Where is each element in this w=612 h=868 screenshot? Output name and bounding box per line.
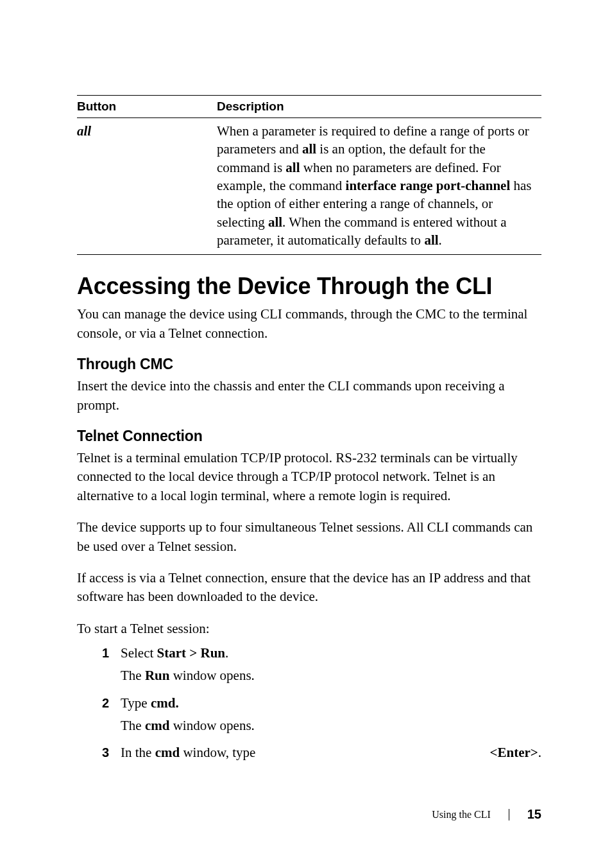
step-text: In the cmd window, type <Enter>. [121, 743, 541, 762]
footer-section: Using the CLI [432, 809, 491, 820]
steps-list: 2 Type cmd. [77, 693, 541, 713]
table-row: all When a parameter is required to defi… [77, 118, 541, 255]
text-fragment: The [121, 718, 145, 733]
text-fragment: . [225, 645, 228, 661]
text-bold: cmd [145, 718, 170, 733]
desc-bold: all [424, 232, 438, 248]
table-header-description: Description [217, 96, 541, 118]
page: Button Description all When a parameter … [0, 0, 612, 868]
desc-text: . [439, 232, 442, 248]
paragraph: Telnet is a terminal emulation TCP/IP pr… [77, 449, 541, 505]
step-text: Select Start > Run. [121, 643, 541, 663]
footer-divider [509, 809, 509, 820]
section-heading-telnet: Telnet Connection [77, 428, 541, 445]
step-subtext: The cmd window opens. [121, 716, 541, 735]
step-number: 2 [77, 693, 121, 713]
text-fragment: Type [121, 695, 151, 711]
text-bold: cmd [155, 745, 180, 760]
text-fragment: window opens. [169, 718, 254, 733]
text-fragment: window, type [180, 745, 255, 760]
steps-list: 3 In the cmd window, type <Enter>. [77, 743, 541, 763]
paragraph: The device supports up to four simultane… [77, 518, 541, 556]
desc-bold: interface range port-channel [346, 178, 511, 193]
text-fragment: Select [121, 645, 157, 661]
step-left: In the cmd window, type [121, 743, 255, 762]
list-item: 1 Select Start > Run. [77, 643, 541, 663]
text-fragment: . [538, 745, 541, 760]
step-subtext: The Run window opens. [121, 666, 541, 685]
text-bold: Run [145, 668, 170, 683]
text-bold: cmd. [151, 695, 179, 711]
step-number: 1 [77, 643, 121, 663]
text-fragment: In the [121, 745, 155, 760]
step-number: 3 [77, 743, 121, 763]
text-bold: Start > Run [157, 645, 225, 661]
paragraph: To start a Telnet session: [77, 620, 541, 638]
desc-bold: all [268, 214, 282, 230]
paragraph: If access is via a Telnet connection, en… [77, 569, 541, 607]
step-right: <Enter>. [489, 743, 541, 762]
list-item: 3 In the cmd window, type <Enter>. [77, 743, 541, 763]
intro-paragraph: You can manage the device using CLI comm… [77, 305, 541, 343]
desc-bold: all [302, 141, 316, 157]
page-footer: Using the CLI 15 [432, 807, 541, 822]
parameter-table: Button Description all When a parameter … [77, 95, 541, 255]
step-text: Type cmd. [121, 693, 541, 713]
table-header-row: Button Description [77, 96, 541, 118]
text-fragment: window opens. [169, 668, 254, 683]
text-bold: <Enter> [489, 745, 538, 760]
table-cell-button: all [77, 118, 217, 255]
section-heading-cmc: Through CMC [77, 356, 541, 373]
text-fragment: The [121, 668, 145, 683]
list-item: 2 Type cmd. [77, 693, 541, 713]
footer-page-number: 15 [527, 807, 541, 822]
table-header-button: Button [77, 96, 217, 118]
desc-bold: all [285, 160, 300, 175]
steps-list: 1 Select Start > Run. [77, 643, 541, 663]
paragraph: Insert the device into the chassis and e… [77, 377, 541, 415]
page-title: Accessing the Device Through the CLI [77, 273, 541, 300]
table-cell-description: When a parameter is required to define a… [217, 118, 541, 255]
